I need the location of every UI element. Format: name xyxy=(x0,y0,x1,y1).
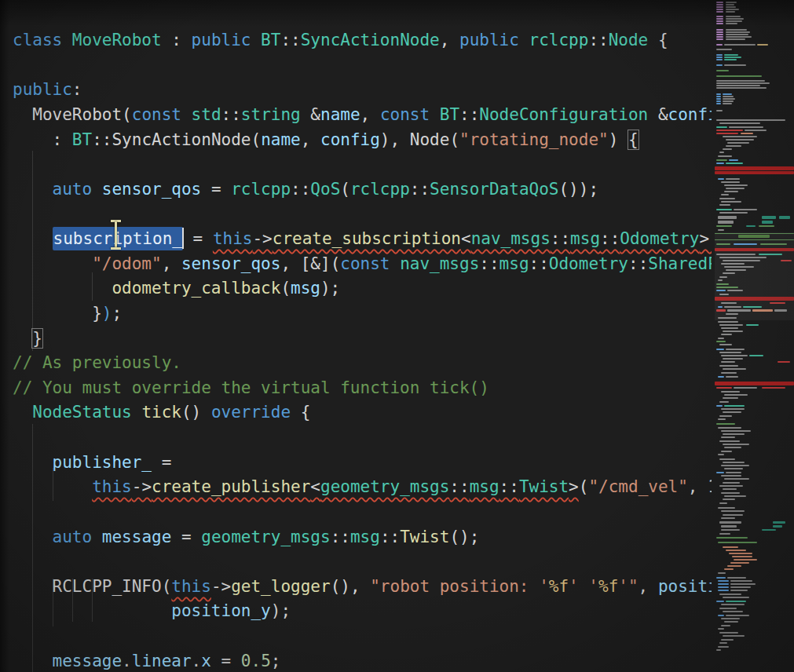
minimap-line xyxy=(730,583,756,585)
code-segment: "rotating_node" xyxy=(459,130,609,149)
error-squiggle-text: msg xyxy=(570,229,600,248)
mouse-cursor-ibeam xyxy=(109,220,122,250)
code-segment: , xyxy=(301,130,320,149)
code-segment: msg xyxy=(291,279,320,298)
minimap-line xyxy=(730,562,749,564)
minimap-line xyxy=(745,130,767,131)
minimap-line xyxy=(716,85,760,86)
minimap-line xyxy=(716,209,732,210)
minimap-line xyxy=(716,119,785,121)
minimap-line xyxy=(716,59,723,60)
code-segment: ; xyxy=(271,652,281,670)
minimap-line xyxy=(721,510,745,512)
minimap-line xyxy=(719,324,743,326)
code-segment: [&]( xyxy=(301,254,341,273)
code-segment: :: xyxy=(479,254,499,273)
minimap-line xyxy=(726,9,739,10)
minimap-line xyxy=(726,139,754,141)
code-segment: sensor_qos xyxy=(181,254,280,273)
minimap-line xyxy=(721,625,730,626)
code-segment: = xyxy=(183,229,213,248)
code-segment: ( xyxy=(251,130,261,149)
minimap-line xyxy=(719,344,732,345)
code-area[interactable]: class MoveRobot : public BT::SyncActionN… xyxy=(0,0,712,672)
minimap-slider[interactable] xyxy=(715,232,794,320)
error-squiggle-text: -> xyxy=(252,229,272,248)
minimap-line xyxy=(716,31,723,33)
code-segment: : xyxy=(13,130,72,149)
code-segment: name xyxy=(320,105,360,124)
minimap-line xyxy=(726,31,750,33)
code-segment xyxy=(13,105,32,124)
code-line: } xyxy=(13,327,712,352)
code-line: NodeStatus tick() override { xyxy=(13,400,712,425)
minimap-line xyxy=(721,639,734,641)
minimap-line xyxy=(721,451,732,452)
minimap-line xyxy=(762,221,773,224)
code-segment: %f xyxy=(598,577,618,596)
code-segment: odometry_callback xyxy=(112,279,280,298)
code-segment: linear xyxy=(132,652,192,670)
minimap-line xyxy=(716,6,723,8)
error-squiggle-text: > xyxy=(569,477,579,496)
code-segment: config xyxy=(320,130,380,149)
minimap-line xyxy=(716,11,723,13)
minimap-line xyxy=(718,418,726,420)
error-squiggle-text: Odometry xyxy=(620,229,699,248)
minimap-line xyxy=(723,611,743,612)
minimap-line xyxy=(726,4,734,5)
minimap-line xyxy=(715,166,794,170)
code-segment: nav_msgs xyxy=(400,254,479,273)
code-segment: geometry_msgs xyxy=(201,528,330,546)
minimap-line xyxy=(721,525,737,528)
minimap-line xyxy=(724,468,743,469)
minimap-line xyxy=(716,110,723,111)
minimap-line xyxy=(724,57,741,58)
minimap-line xyxy=(719,502,727,504)
minimap-line xyxy=(726,20,742,22)
code-segment: ); xyxy=(271,601,291,620)
minimap-line xyxy=(723,397,738,399)
minimap-line xyxy=(716,23,723,24)
minimap-line xyxy=(715,382,794,385)
minimap-line xyxy=(718,615,724,616)
minimap-line xyxy=(721,408,745,410)
minimap-line xyxy=(719,521,741,524)
code-segment: %f xyxy=(549,577,569,596)
code-segment: . xyxy=(192,652,202,670)
minimap-line xyxy=(723,98,735,100)
code-segment xyxy=(13,329,32,348)
code-segment: rclcpp xyxy=(529,31,589,49)
code-segment: Twist xyxy=(400,528,449,546)
code-segment: -> xyxy=(211,577,231,596)
code-segment xyxy=(13,577,53,596)
code-segment: SharedPtr xyxy=(648,254,712,273)
minimap-line xyxy=(726,163,743,164)
code-segment: auto xyxy=(53,528,93,546)
code-line xyxy=(13,500,712,525)
code-segment: (), xyxy=(331,577,371,596)
code-segment: class xyxy=(13,31,72,49)
code-segment: public xyxy=(13,80,72,99)
code-segment: "/cmd_vel" xyxy=(588,477,687,496)
minimap-line xyxy=(727,565,741,567)
code-segment: position_x xyxy=(658,577,712,596)
minimap-line xyxy=(721,361,735,363)
minimap-line xyxy=(723,499,735,500)
code-segment: sensor_qos xyxy=(102,180,201,199)
minimap-line xyxy=(721,355,748,356)
minimap[interactable] xyxy=(715,0,794,672)
minimap-line xyxy=(729,126,763,128)
minimap-line xyxy=(716,472,724,473)
minimap-line xyxy=(726,18,744,20)
code-text[interactable]: class MoveRobot : public BT::SyncActionN… xyxy=(13,28,712,672)
code-line: publisher_ = xyxy=(13,451,712,476)
code-segment: :: xyxy=(628,254,648,273)
code-segment: ( xyxy=(340,180,350,199)
minimap-line xyxy=(723,136,757,137)
minimap-line xyxy=(716,18,723,20)
code-segment xyxy=(13,229,53,248)
minimap-line xyxy=(723,462,745,463)
minimap-line xyxy=(724,568,734,570)
code-segment: name xyxy=(261,130,301,149)
